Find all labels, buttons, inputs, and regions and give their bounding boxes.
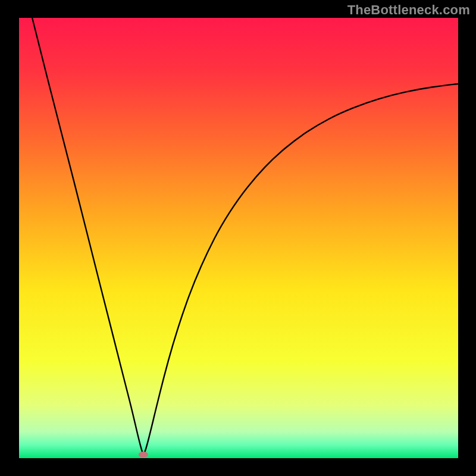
chart-canvas bbox=[0, 0, 476, 476]
minimum-marker bbox=[139, 452, 148, 458]
watermark-text: TheBottleneck.com bbox=[347, 2, 470, 18]
plot-background bbox=[19, 18, 458, 458]
outer-frame: TheBottleneck.com bbox=[0, 0, 476, 476]
